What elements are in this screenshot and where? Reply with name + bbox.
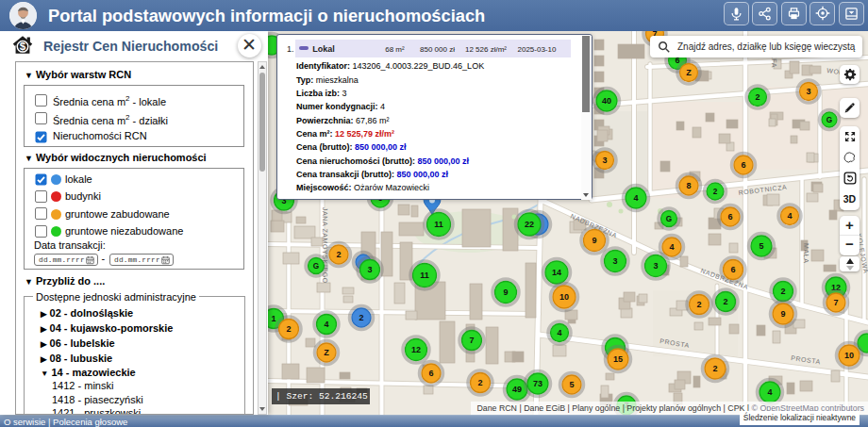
svg-text:12: 12 xyxy=(411,345,421,354)
svg-text:$: $ xyxy=(20,40,26,52)
svg-text:6: 6 xyxy=(730,265,735,274)
svg-text:4: 4 xyxy=(669,242,674,252)
svg-text:3: 3 xyxy=(612,256,617,266)
svg-text:6: 6 xyxy=(727,212,732,222)
svg-text:4: 4 xyxy=(767,387,772,397)
svg-text:5: 5 xyxy=(569,380,574,389)
svg-text:9: 9 xyxy=(592,236,596,245)
svg-text:1: 1 xyxy=(271,314,275,323)
svg-text:49: 49 xyxy=(512,385,522,394)
svg-text:2: 2 xyxy=(477,378,482,387)
svg-text:MAŁA: MAŁA xyxy=(803,243,810,263)
svg-text:4: 4 xyxy=(787,211,792,221)
svg-text:Z: Z xyxy=(686,68,692,77)
svg-text:G: G xyxy=(313,262,319,271)
svg-text:7: 7 xyxy=(833,298,838,307)
svg-text:G: G xyxy=(826,116,832,124)
svg-text:9: 9 xyxy=(780,309,785,319)
svg-text:11: 11 xyxy=(420,271,429,280)
svg-text:Z: Z xyxy=(324,348,329,357)
svg-text:3: 3 xyxy=(806,87,810,96)
svg-text:4: 4 xyxy=(557,328,561,337)
svg-text:6: 6 xyxy=(741,160,745,170)
svg-text:11: 11 xyxy=(434,220,443,229)
svg-text:9: 9 xyxy=(503,287,508,297)
svg-text:2: 2 xyxy=(713,188,718,196)
svg-text:2: 2 xyxy=(696,300,701,309)
svg-text:73: 73 xyxy=(533,379,542,388)
svg-text:5: 5 xyxy=(759,241,763,251)
svg-text:G: G xyxy=(666,215,672,223)
svg-text:15: 15 xyxy=(613,354,623,364)
svg-text:40: 40 xyxy=(602,96,611,106)
svg-text:10: 10 xyxy=(559,292,569,302)
svg-text:8: 8 xyxy=(686,181,691,190)
svg-text:2: 2 xyxy=(780,287,785,296)
svg-text:4: 4 xyxy=(633,193,638,203)
svg-text:6: 6 xyxy=(428,369,433,378)
svg-text:22: 22 xyxy=(525,220,534,229)
svg-text:2: 2 xyxy=(359,313,363,322)
svg-text:2: 2 xyxy=(712,364,717,373)
svg-text:14: 14 xyxy=(552,268,561,277)
svg-text:2: 2 xyxy=(755,92,760,102)
svg-text:10: 10 xyxy=(844,351,854,360)
svg-text:2: 2 xyxy=(723,297,727,306)
svg-text:4: 4 xyxy=(324,320,328,329)
svg-text:7: 7 xyxy=(469,336,474,345)
svg-text:3: 3 xyxy=(367,265,372,274)
svg-text:2: 2 xyxy=(336,250,341,259)
svg-text:2: 2 xyxy=(286,324,291,334)
svg-text:3: 3 xyxy=(653,261,658,271)
svg-text:3: 3 xyxy=(602,156,607,165)
